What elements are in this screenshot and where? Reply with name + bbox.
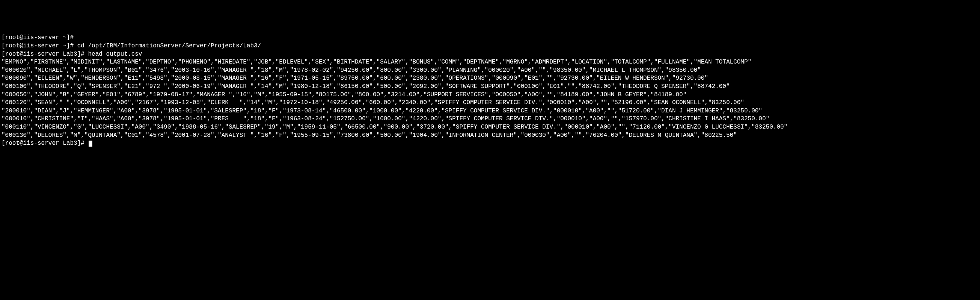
terminal-output-line: "000120","SEAN"," ","OCONNELL","A00","21… <box>2 99 978 107</box>
terminal-output-line: "000130","DELORES","M","QUINTANA","C01",… <box>2 132 978 140</box>
terminal-output-line: "000020","MICHAEL","L","THOMPSON","B01",… <box>2 67 978 75</box>
terminal-output-line: "EMPNO","FIRSTNME","MIDINIT","LASTNAME",… <box>2 58 978 67</box>
terminal-output-line: "000110","VINCENZO","G","LUCCHESSI","A00… <box>2 123 978 132</box>
terminal-cursor <box>89 140 92 147</box>
terminal-prompt-line: [root@iis-server Lab3]# <box>2 139 978 148</box>
terminal-output-line: "000010","CHRISTINE","I","HAAS","A00","3… <box>2 115 978 123</box>
terminal-output-line: "000100","THEODORE","Q","SPENSER","E21",… <box>2 83 978 91</box>
terminal-output[interactable]: [root@iis-server ~]#[root@iis-server ~]#… <box>2 34 978 147</box>
terminal-prompt-line: [root@iis-server Lab3]# head output.csv <box>2 50 978 59</box>
terminal-prompt-line: [root@iis-server ~]# <box>2 34 978 42</box>
terminal-output-line: "200010","DIAN","J","HEMMINGER","A00","3… <box>2 107 978 115</box>
terminal-prompt-line: [root@iis-server ~]# cd /opt/IBM/Informa… <box>2 42 978 50</box>
terminal-output-line: "000050","JOHN","B","GEYER","E01","6789"… <box>2 91 978 99</box>
terminal-output-line: "000090","EILEEN","W","HENDERSON","E11",… <box>2 75 978 83</box>
